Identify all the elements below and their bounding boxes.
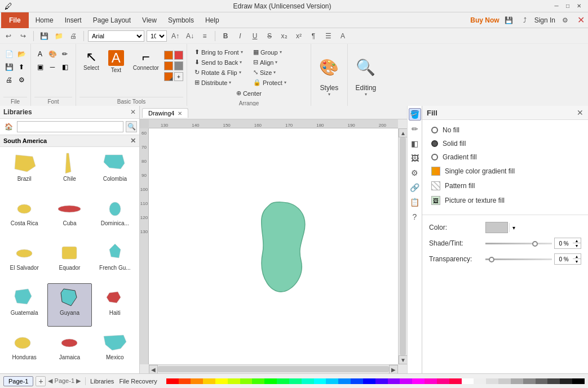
font-family-select[interactable]: Arial <box>88 30 144 42</box>
color-swatch-6[interactable]: + <box>174 72 183 81</box>
shadow-btn[interactable]: ◧ <box>59 61 70 73</box>
canvas-tab-close-button[interactable]: ✕ <box>178 110 182 117</box>
font-size-select[interactable]: 10 <box>147 30 167 42</box>
transparency-slider[interactable] <box>485 258 552 260</box>
ribbon-styles-section[interactable]: 🎨 Styles ▾ <box>311 44 348 106</box>
color-chip[interactable] <box>191 378 203 384</box>
shade-tint-thumb[interactable] <box>532 241 538 247</box>
distribute-button[interactable]: ⊞ Distribute ▾ <box>191 78 249 87</box>
list-item[interactable]: Cuba <box>47 194 91 237</box>
canvas-content[interactable] <box>149 128 398 364</box>
fill-option-picture[interactable]: 🖼 Picture or texture fill <box>429 193 581 208</box>
color-chip[interactable] <box>547 378 560 384</box>
align-button[interactable]: ⊟ Align ▾ <box>249 57 307 67</box>
help-panel-icon[interactable]: ? <box>409 211 421 223</box>
print-button[interactable]: 🖨 <box>67 30 79 42</box>
color-chip[interactable] <box>215 378 228 384</box>
list-item[interactable]: Guatemala <box>2 283 46 327</box>
superscript-btn[interactable]: x² <box>293 30 305 42</box>
size-button[interactable]: ⤡ Size ▾ <box>249 68 307 77</box>
color-chip[interactable] <box>400 378 412 384</box>
color-chip[interactable] <box>498 378 511 384</box>
center-button[interactable]: ⊕ Center <box>232 88 266 98</box>
color-chip[interactable] <box>166 378 179 384</box>
color-swatch-5[interactable] <box>164 72 173 81</box>
shadow-panel-icon[interactable]: ◧ <box>409 137 421 150</box>
italic-btn[interactable]: I <box>234 30 246 42</box>
fill-panel-close-button[interactable]: ✕ <box>577 108 583 117</box>
color-swatch-4[interactable] <box>174 61 183 70</box>
color-chip[interactable] <box>375 378 388 384</box>
line-color-btn[interactable]: ✏ <box>59 48 70 60</box>
fill-option-pattern[interactable]: Pattern fill <box>429 179 581 193</box>
transparency-thumb[interactable] <box>489 257 494 262</box>
color-swatch-3[interactable] <box>164 61 173 70</box>
color-chip[interactable] <box>338 378 351 384</box>
scroll-thumb-h[interactable] <box>158 366 389 372</box>
page-layout-menu[interactable]: Page Layout <box>87 12 136 28</box>
fill-option-solid[interactable]: Solid fill <box>429 137 581 150</box>
shade-tint-slider[interactable] <box>485 243 552 244</box>
fill-option-none[interactable]: No fill <box>429 123 581 137</box>
scroll-up-button[interactable]: ▲ <box>399 128 407 137</box>
list-item[interactable]: Haiti <box>93 283 137 327</box>
shade-tint-up[interactable]: ▲ <box>573 238 581 243</box>
color-chip[interactable] <box>412 378 425 384</box>
guyana-canvas-shape[interactable] <box>239 196 329 309</box>
list-item[interactable]: Costa Rica <box>2 194 46 237</box>
add-page-button[interactable]: + <box>36 376 46 386</box>
list-item[interactable]: Guyana <box>47 283 91 327</box>
file-menu-button[interactable]: File <box>1 12 29 28</box>
sign-in-button[interactable]: Sign In <box>534 16 555 24</box>
group-button[interactable]: ▦ Group ▾ <box>249 47 307 57</box>
color-chip[interactable] <box>314 378 326 384</box>
subscript-btn[interactable]: x₂ <box>278 30 290 42</box>
color-chip[interactable] <box>536 378 548 384</box>
shade-tint-down[interactable]: ▼ <box>573 243 581 248</box>
rotate-flip-button[interactable]: ↻ Rotate & Flip ▾ <box>191 68 249 77</box>
color-chip[interactable] <box>572 378 585 384</box>
list-item[interactable]: El Salvador <box>2 238 46 282</box>
color-btn[interactable]: A <box>337 30 349 42</box>
list-btn[interactable]: ☰ <box>322 30 334 42</box>
color-chip[interactable] <box>203 378 215 384</box>
color-chip[interactable] <box>252 378 264 384</box>
transparency-up[interactable]: ▲ <box>573 254 581 259</box>
protect-button[interactable]: 🔒 Protect ▾ <box>249 78 307 87</box>
save-file-btn[interactable]: 💾 <box>3 61 15 73</box>
underline-btn[interactable]: U <box>249 30 261 42</box>
color-strip[interactable] <box>166 378 585 384</box>
list-item[interactable]: Mexico <box>93 328 137 371</box>
help-menu[interactable]: Help <box>200 12 225 28</box>
minimize-button[interactable]: ─ <box>552 2 561 11</box>
library-search-button[interactable]: 🔍 <box>126 121 137 132</box>
library-home-button[interactable]: 🏠 <box>2 121 15 133</box>
libraries-close-button[interactable]: ✕ <box>130 108 136 116</box>
line-panel-icon[interactable]: ✏ <box>409 123 421 135</box>
note-panel-icon[interactable]: 📋 <box>409 196 421 208</box>
color-chip[interactable] <box>326 378 338 384</box>
color-chip[interactable] <box>363 378 375 384</box>
home-menu[interactable]: Home <box>30 12 59 28</box>
list-item[interactable]: Brazil <box>2 149 46 193</box>
list-item[interactable]: Dominica... <box>93 194 137 237</box>
print-file-btn[interactable]: 🖨 <box>3 74 15 86</box>
category-close-button[interactable]: ✕ <box>130 137 136 145</box>
color-chip[interactable] <box>425 378 437 384</box>
fill-option-gradient[interactable]: Gradient fill <box>429 150 581 164</box>
library-search-input[interactable] <box>17 121 123 132</box>
paragraph-btn[interactable]: ¶ <box>307 30 320 42</box>
list-item[interactable]: Honduras <box>2 328 46 371</box>
color-swatch-2[interactable] <box>174 51 183 60</box>
link-panel-icon[interactable]: 🔗 <box>409 181 421 194</box>
align-btn[interactable]: ≡ <box>198 30 211 42</box>
font-color-btn[interactable]: A <box>34 48 46 60</box>
vertical-scrollbar[interactable]: ▲ ▼ <box>398 128 407 364</box>
open-button[interactable]: 📁 <box>52 30 65 42</box>
color-chip[interactable] <box>302 378 314 384</box>
color-chip[interactable] <box>560 378 572 384</box>
save-button[interactable]: 💾 <box>38 30 50 42</box>
list-item[interactable]: Equador <box>47 238 91 282</box>
settings-file-btn[interactable]: ⚙ <box>16 74 27 86</box>
redo-button[interactable]: ↪ <box>17 30 29 42</box>
